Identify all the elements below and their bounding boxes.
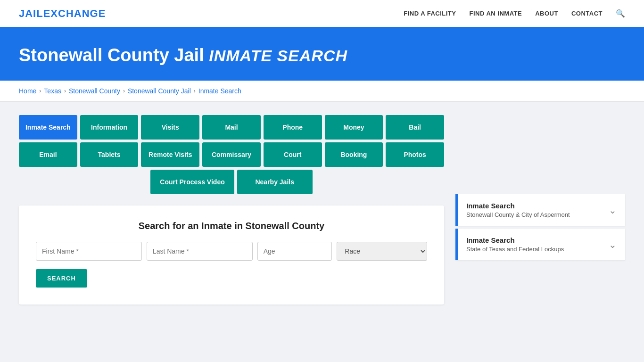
nav-find-inmate[interactable]: FIND AN INMATE (469, 10, 522, 17)
navbar: JAILEXCHANGE FIND A FACILITY FIND AN INM… (0, 0, 644, 28)
tab-information[interactable]: Information (80, 115, 139, 140)
tab-bail[interactable]: Bail (386, 115, 444, 140)
tab-photos[interactable]: Photos (386, 142, 444, 167)
breadcrumb-current: Inmate Search (198, 87, 241, 95)
tab-booking[interactable]: Booking (325, 142, 383, 167)
breadcrumb-sep-4: › (194, 88, 196, 94)
breadcrumb-stonewall-jail[interactable]: Stonewall County Jail (128, 87, 191, 95)
logo[interactable]: JAILEXCHANGE (19, 8, 106, 20)
nav-contact[interactable]: CONTACT (571, 10, 603, 17)
nav-links: FIND A FACILITY FIND AN INMATE ABOUT CON… (404, 9, 625, 18)
chevron-down-icon-stonewall: ⌄ (609, 205, 617, 216)
hero-title-sub: INMATE SEARCH (209, 47, 347, 65)
tab-tablets[interactable]: Tablets (80, 142, 139, 167)
tab-inmate-search[interactable]: Inmate Search (19, 115, 77, 140)
tab-mail[interactable]: Mail (202, 115, 261, 140)
hero-title: Stonewall County Jail INMATE SEARCH (19, 45, 625, 66)
nav-about[interactable]: ABOUT (535, 10, 558, 17)
tab-money[interactable]: Money (325, 115, 383, 140)
tab-commissary[interactable]: Commissary (202, 142, 261, 167)
breadcrumb-home[interactable]: Home (19, 87, 36, 95)
hero-banner: Stonewall County Jail INMATE SEARCH (0, 28, 644, 81)
tab-remote-visits[interactable]: Remote Visits (141, 142, 199, 167)
search-icon[interactable]: 🔍 (616, 9, 625, 18)
sidebar-card-texas-heading: Inmate Search (466, 236, 564, 244)
sidebar-card-texas[interactable]: Inmate Search State of Texas and Federal… (455, 229, 625, 260)
tab-phone[interactable]: Phone (264, 115, 322, 140)
search-form-title: Search for an Inmate in Stonewall County (36, 221, 427, 231)
breadcrumb: Home › Texas › Stonewall County › Stonew… (0, 81, 644, 102)
breadcrumb-sep-1: › (39, 88, 41, 94)
chevron-down-icon-texas: ⌄ (609, 239, 617, 250)
logo-exchange: EXCHANGE (43, 8, 106, 19)
search-form-box: Search for an Inmate in Stonewall County… (19, 206, 444, 304)
sidebar-card-texas-text: Inmate Search State of Texas and Federal… (466, 236, 564, 253)
breadcrumb-texas[interactable]: Texas (44, 87, 61, 95)
main-content: Inmate Search Information Visits Mail Ph… (0, 102, 644, 318)
search-button[interactable]: SEARCH (36, 269, 87, 288)
race-select[interactable]: Race White Black Hispanic Asian Native A… (337, 242, 427, 261)
breadcrumb-sep-2: › (64, 88, 66, 94)
sidebar-card-stonewall-heading: Inmate Search (466, 202, 570, 210)
hero-title-main: Stonewall County Jail (19, 45, 204, 65)
tab-email[interactable]: Email (19, 142, 77, 167)
last-name-input[interactable] (147, 242, 253, 261)
first-name-input[interactable] (36, 242, 142, 261)
age-input[interactable] (257, 242, 332, 261)
tab-court[interactable]: Court (264, 142, 322, 167)
sidebar-card-texas-subtext: State of Texas and Federal Lockups (466, 246, 564, 253)
tabs-row2: Email Tablets Remote Visits Commissary C… (19, 142, 444, 167)
logo-jail: JAIL (19, 8, 43, 19)
search-fields: Race White Black Hispanic Asian Native A… (36, 242, 427, 261)
breadcrumb-sep-3: › (123, 88, 125, 94)
sidebar-card-stonewall-subtext: Stonewall County & City of Aspermont (466, 211, 570, 218)
tab-visits[interactable]: Visits (141, 115, 199, 140)
nav-find-facility[interactable]: FIND A FACILITY (404, 10, 456, 17)
breadcrumb-stonewall-county[interactable]: Stonewall County (69, 87, 120, 95)
left-column: Inmate Search Information Visits Mail Ph… (19, 115, 444, 304)
tab-nearby-jails[interactable]: Nearby Jails (237, 170, 313, 194)
right-sidebar: Inmate Search Stonewall County & City of… (455, 194, 625, 261)
tab-court-process-video[interactable]: Court Process Video (150, 170, 234, 194)
sidebar-card-stonewall[interactable]: Inmate Search Stonewall County & City of… (455, 194, 625, 226)
tabs-row1: Inmate Search Information Visits Mail Ph… (19, 115, 444, 140)
sidebar-card-stonewall-text: Inmate Search Stonewall County & City of… (466, 202, 570, 218)
tabs-row3: Court Process Video Nearby Jails (19, 170, 444, 194)
